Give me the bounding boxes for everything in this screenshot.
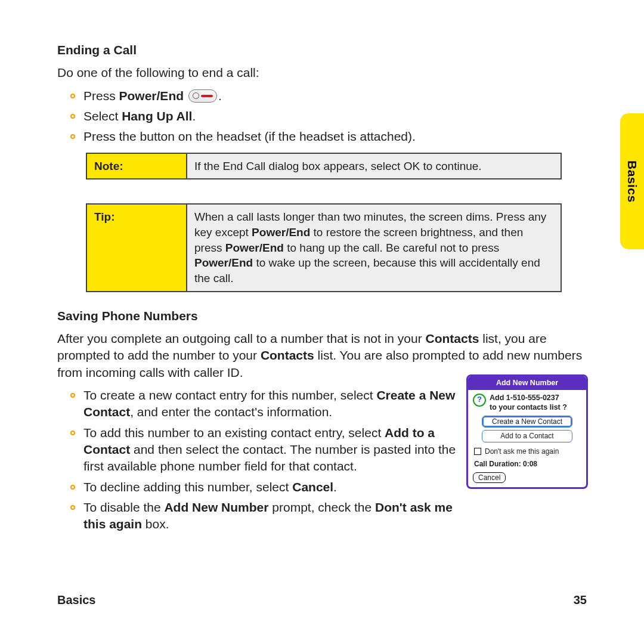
- text: To decline adding this number, select: [83, 480, 292, 494]
- add-new-number-dialog: Add New Number ? Add 1-510-555-0237 to y…: [466, 374, 588, 489]
- text: .: [218, 89, 222, 103]
- note-label: Note:: [86, 153, 187, 179]
- add-to-contact-button[interactable]: Add to a Contact: [482, 430, 572, 442]
- call-duration-label: Call Duration: 0:08: [468, 458, 586, 470]
- dont-ask-again-label: Don't ask me this again: [485, 447, 559, 456]
- tip-body: When a call lasts longer than two minute…: [187, 204, 561, 291]
- bold-text: Hang Up All: [122, 109, 192, 123]
- text: .: [192, 109, 196, 123]
- saving-numbers-list: To create a new contact entry for this n…: [70, 387, 470, 533]
- list-item: To add this number to an existing contac…: [70, 425, 470, 475]
- bold-text: Add New Number: [164, 500, 268, 514]
- saving-numbers-paragraph: After you complete an outgoing call to a…: [57, 330, 590, 381]
- bold-text: Power/End: [252, 226, 310, 239]
- text: To disable the: [83, 500, 164, 514]
- tip-box: Tip: When a call lasts longer than two m…: [86, 203, 562, 292]
- note-body: If the End Call dialog box appears, sele…: [187, 153, 561, 179]
- section-heading-ending-a-call: Ending a Call: [57, 42, 590, 58]
- side-tab: Basics: [620, 113, 644, 249]
- section-heading-saving-phone-numbers: Saving Phone Numbers: [57, 308, 590, 324]
- list-item: Press Power/End .: [70, 88, 590, 104]
- text: After you complete an outgoing call to a…: [57, 332, 426, 345]
- bold-text: Cancel: [292, 480, 333, 494]
- page-footer: Basics 35: [57, 592, 587, 608]
- dialog-message-row: ? Add 1-510-555-0237 to your contacts li…: [468, 390, 586, 413]
- bold-text: Contacts: [426, 332, 479, 345]
- text: Press: [83, 89, 119, 103]
- bold-text: Power/End: [194, 256, 253, 269]
- text: , and enter the contact's information.: [130, 405, 332, 419]
- power-end-key-icon: [188, 89, 217, 103]
- dialog-message: Add 1-510-555-0237 to your contacts list…: [490, 394, 567, 412]
- footer-section: Basics: [57, 592, 96, 608]
- text: Select: [83, 109, 122, 123]
- tip-label: Tip:: [86, 204, 187, 291]
- question-mark-icon: ?: [473, 394, 486, 407]
- side-tab-label: Basics: [624, 160, 640, 203]
- cancel-button[interactable]: Cancel: [473, 472, 506, 483]
- page-number: 35: [574, 592, 587, 608]
- text: and then select the contact. The number …: [83, 442, 456, 473]
- text: .: [333, 480, 337, 494]
- text: to hang up the call. Be careful not to p…: [284, 242, 499, 254]
- text: box.: [142, 517, 169, 531]
- list-item: Press the button on the headset (if the …: [70, 128, 590, 145]
- dialog-title: Add New Number: [468, 376, 586, 390]
- bold-text: Power/End: [225, 242, 284, 254]
- text: to your contacts list ?: [490, 403, 567, 411]
- manual-page: Basics Ending a Call Do one of the follo…: [0, 0, 644, 644]
- dont-ask-again-row[interactable]: Don't ask me this again: [468, 445, 586, 458]
- list-item: To create a new contact entry for this n…: [70, 387, 470, 421]
- ending-call-intro: Do one of the following to end a call:: [57, 64, 590, 81]
- note-box: Note: If the End Call dialog box appears…: [86, 153, 562, 180]
- create-new-contact-button[interactable]: Create a New Contact: [482, 416, 572, 428]
- bold-text: Contacts: [261, 348, 314, 362]
- text: To create a new contact entry for this n…: [83, 388, 376, 402]
- checkbox-icon[interactable]: [474, 448, 481, 455]
- bold-text: Power/End: [119, 89, 184, 103]
- text: Add 1-510-555-0237: [490, 394, 559, 402]
- ending-call-list: Press Power/End . Select Hang Up All. Pr…: [70, 88, 590, 145]
- text: To add this number to an existing contac…: [83, 426, 385, 439]
- list-item: To decline adding this number, select Ca…: [70, 479, 470, 496]
- list-item: Select Hang Up All.: [70, 108, 590, 125]
- text: prompt, check the: [268, 500, 375, 514]
- list-item: To disable the Add New Number prompt, ch…: [70, 499, 470, 533]
